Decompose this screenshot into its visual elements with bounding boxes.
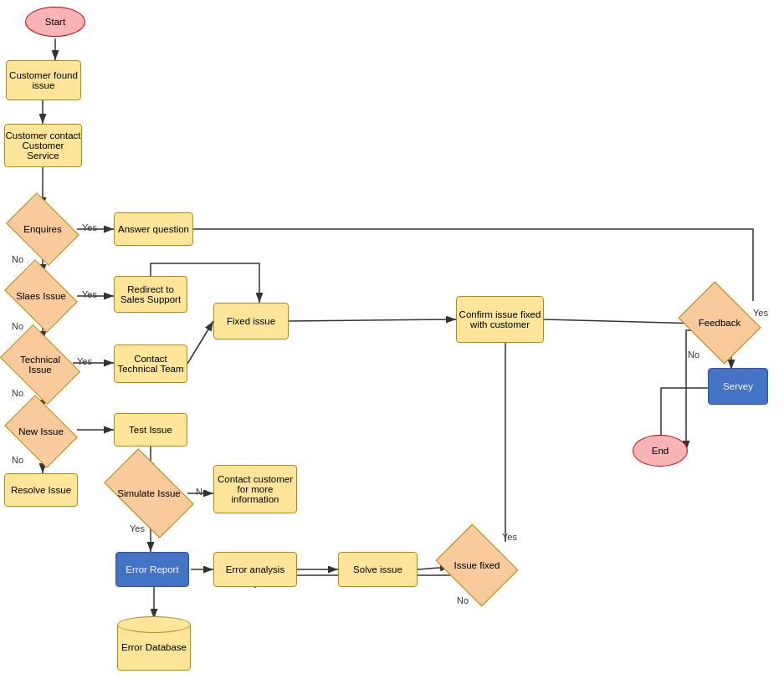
issue-fixed-diamond: Issue fixed	[443, 538, 510, 592]
yes-simulate-label: Yes	[130, 523, 145, 533]
fixed-issue-node: Fixed issue	[213, 303, 289, 339]
no-new-issue-label: No	[12, 455, 23, 465]
issue-fixed-label: Issue fixed	[445, 540, 509, 590]
no-feedback-label: No	[688, 350, 699, 360]
contact-customer-node: Contact customer for more information	[213, 465, 297, 513]
yes-slaes-label: Yes	[82, 289, 97, 299]
servey-node: Servey	[708, 368, 768, 405]
svg-line-20	[289, 319, 456, 321]
contact-tech-node: Contact Technical Team	[114, 344, 187, 383]
new-issue-label: New Issue	[12, 411, 70, 452]
slaes-issue-label: Slaes Issue	[12, 275, 70, 317]
redirect-sales-label: Redirect to Sales Support	[115, 284, 187, 304]
end-node: End	[633, 435, 688, 467]
answer-question-label: Answer question	[118, 224, 189, 234]
error-report-node: Error Report	[115, 552, 189, 587]
customer-found-label: Customer found issue	[7, 70, 80, 90]
solve-issue-node: Solve issue	[338, 552, 418, 587]
fixed-issue-label: Fixed issue	[227, 316, 275, 326]
technical-issue-label: Technical Issue	[8, 342, 73, 387]
error-db-label: Error Database	[121, 642, 187, 652]
slaes-issue-diamond: Slaes Issue	[7, 274, 75, 318]
svg-line-21	[544, 319, 701, 324]
enquires-diamond: Enquires	[8, 207, 77, 251]
test-issue-label: Test Issue	[129, 425, 172, 435]
error-analysis-node: Error analysis	[213, 552, 297, 587]
feedback-diamond: Feedback	[686, 296, 753, 350]
solve-issue-label: Solve issue	[353, 564, 402, 574]
answer-question-node: Answer question	[114, 212, 193, 246]
resolve-issue-node: Resolve Issue	[4, 473, 78, 507]
resolve-issue-label: Resolve Issue	[11, 485, 71, 495]
error-db-node: Error Database	[117, 624, 191, 671]
yes-feedback-label: Yes	[753, 308, 768, 318]
new-issue-diamond: New Issue	[7, 410, 75, 453]
customer-contact-node: Customer contact Customer Service	[4, 124, 82, 167]
end-label: End	[652, 446, 669, 456]
yes-issue-fixed-label: Yes	[502, 532, 517, 542]
yes-enquires-label: Yes	[82, 222, 97, 232]
confirm-issue-node: Confirm issue fixed with customer	[456, 296, 544, 343]
no-issue-fixed-label: No	[457, 595, 469, 605]
simulate-issue-diamond: Simulate Issue	[109, 468, 189, 518]
contact-customer-label: Contact customer for more information	[214, 474, 296, 504]
customer-found-node: Customer found issue	[6, 60, 81, 100]
no-enquires-label: No	[12, 254, 23, 264]
test-issue-node: Test Issue	[114, 413, 187, 447]
technical-issue-diamond: Technical Issue	[4, 341, 76, 388]
redirect-sales-node: Redirect to Sales Support	[114, 276, 187, 313]
feedback-label: Feedback	[688, 298, 751, 348]
simulate-issue-label: Simulate Issue	[110, 470, 187, 517]
start-label: Start	[45, 17, 65, 27]
error-analysis-label: Error analysis	[226, 564, 284, 574]
no-slaes-label: No	[12, 321, 23, 331]
error-report-label: Error Report	[126, 564, 178, 574]
contact-tech-label: Contact Technical Team	[115, 354, 187, 374]
customer-contact-label: Customer contact Customer Service	[5, 130, 81, 161]
no-technical-label: No	[12, 388, 23, 398]
confirm-issue-label: Confirm issue fixed with customer	[457, 309, 543, 329]
yes-technical-label: Yes	[77, 356, 92, 366]
enquires-label: Enquires	[13, 208, 72, 250]
no-simulate-label: No	[196, 487, 208, 497]
svg-line-19	[187, 321, 213, 364]
start-node: Start	[25, 7, 85, 37]
servey-label: Servey	[723, 381, 753, 391]
